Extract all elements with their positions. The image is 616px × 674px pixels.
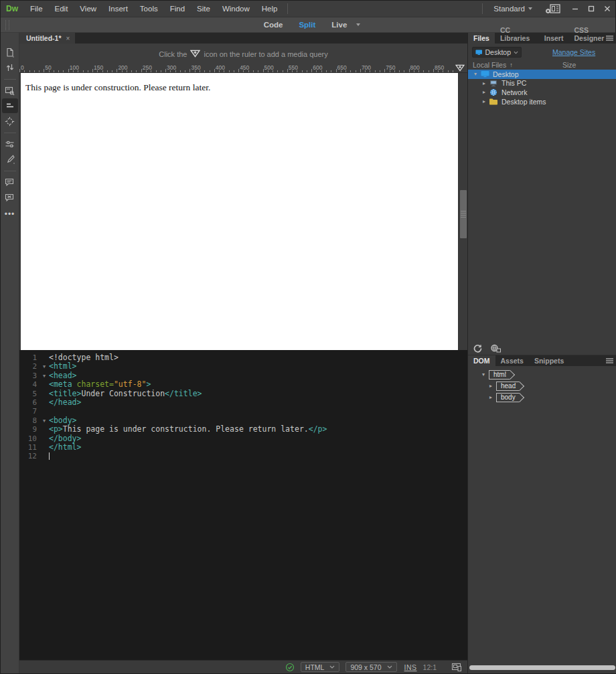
code-line-9[interactable]: 9<p>This page is under construction. Ple… xyxy=(19,425,467,434)
dom-tag-pill[interactable]: head xyxy=(496,382,520,391)
tab-files[interactable]: Files xyxy=(468,33,495,44)
tab-assets[interactable]: Assets xyxy=(495,355,529,366)
dom-node-head[interactable]: ▸head xyxy=(468,380,616,392)
extract-button[interactable] xyxy=(2,137,18,151)
tab-cc-libraries[interactable]: CC Libraries xyxy=(495,25,539,44)
close-button[interactable] xyxy=(599,1,615,17)
code-text[interactable]: </head> xyxy=(49,398,467,407)
horizontal-ruler[interactable]: 0501001502002503003504004505005506006507… xyxy=(19,64,467,73)
maximize-button[interactable] xyxy=(583,1,599,17)
code-fold-icon[interactable]: ▼ xyxy=(40,416,49,425)
file-row-network[interactable]: ▸Network xyxy=(468,88,616,97)
collapse-chevron-icon[interactable]: ▾ xyxy=(472,71,479,77)
linting-button[interactable] xyxy=(2,152,18,167)
file-row-desktop[interactable]: ▾Desktop xyxy=(468,70,616,79)
file-row-this-pc[interactable]: ▸This PC xyxy=(468,79,616,88)
code-text[interactable]: <meta charset="utf-8"> xyxy=(49,380,467,389)
design-scrollbar-thumb[interactable] xyxy=(460,190,467,238)
code-line-11[interactable]: 11</html> xyxy=(19,443,467,452)
code-line-2[interactable]: 2▼<html> xyxy=(19,362,467,371)
code-text[interactable] xyxy=(49,407,467,416)
expand-chevron-icon[interactable]: ▸ xyxy=(487,394,494,400)
code-line-1[interactable]: 1<!doctype html> xyxy=(19,353,467,362)
dom-tag-pill[interactable]: body xyxy=(496,393,520,402)
tab-close-icon[interactable]: × xyxy=(66,35,70,42)
toolbar-more-options-button[interactable]: ••• xyxy=(5,209,15,219)
guides-button[interactable] xyxy=(2,114,18,129)
ruler-media-query-icon[interactable] xyxy=(455,64,465,72)
menu-help[interactable]: Help xyxy=(256,5,284,13)
workspace-switcher[interactable]: Standard xyxy=(487,5,539,13)
language-selector[interactable]: HTML xyxy=(301,662,340,672)
menu-file[interactable]: File xyxy=(24,5,49,13)
code-line-3[interactable]: 3▼<head> xyxy=(19,371,467,380)
format-source-button[interactable] xyxy=(2,98,18,113)
dom-node-html[interactable]: ▾html xyxy=(468,369,616,380)
code-text[interactable]: </body> xyxy=(49,434,467,443)
code-line-8[interactable]: 8▼<body> xyxy=(19,416,467,425)
expand-chevron-icon[interactable]: ▸ xyxy=(481,80,487,86)
code-text[interactable]: <!doctype html> xyxy=(49,353,467,362)
expand-chevron-icon[interactable]: ▸ xyxy=(487,383,494,389)
open-documents-button[interactable] xyxy=(2,45,18,60)
menu-find[interactable]: Find xyxy=(164,5,191,13)
menu-site[interactable]: Site xyxy=(191,5,216,13)
dom-node-body[interactable]: ▸body xyxy=(468,392,616,403)
code-fold-icon[interactable]: ▼ xyxy=(40,371,49,380)
code-line-4[interactable]: 4<meta charset="utf-8"> xyxy=(19,380,467,389)
remove-comment-button[interactable] xyxy=(2,190,18,205)
code-line-5[interactable]: 5<title>Under Construction</title> xyxy=(19,390,467,398)
file-row-desktop-items[interactable]: ▸Desktop items xyxy=(468,97,616,106)
collapse-chevron-icon[interactable]: ▾ xyxy=(480,371,487,377)
code-fold-icon[interactable]: ▼ xyxy=(40,362,49,371)
code-text[interactable]: <p>This page is under construction. Plea… xyxy=(49,425,467,434)
panel-menu-icon[interactable] xyxy=(606,358,613,363)
panel-menu-icon[interactable] xyxy=(606,35,613,41)
code-text[interactable] xyxy=(49,452,467,460)
menu-tools[interactable]: Tools xyxy=(134,5,164,13)
code-text[interactable]: <html> xyxy=(49,362,467,371)
remote-server-icon[interactable] xyxy=(490,344,501,353)
menu-window[interactable]: Window xyxy=(216,5,256,13)
expand-chevron-icon[interactable]: ▸ xyxy=(481,98,487,104)
dom-tag-pill[interactable]: html xyxy=(489,370,510,380)
code-inspector-button[interactable] xyxy=(2,83,18,98)
design-canvas[interactable]: This page is under construction. Please … xyxy=(21,73,458,350)
code-line-7[interactable]: 7 xyxy=(19,407,467,416)
file-management-button[interactable] xyxy=(2,60,18,75)
menu-insert[interactable]: Insert xyxy=(102,5,134,13)
manage-sites-link[interactable]: Manage Sites xyxy=(552,48,595,56)
insert-mode-toggle[interactable]: INS xyxy=(404,663,417,671)
view-mode-code[interactable]: Code xyxy=(256,21,291,29)
code-text[interactable]: </html> xyxy=(49,443,467,452)
design-scrollbar-track[interactable] xyxy=(458,73,467,350)
device-preview-icon[interactable] xyxy=(451,663,463,672)
code-text[interactable]: <title>Under Construction</title> xyxy=(49,390,467,398)
refresh-icon[interactable] xyxy=(473,344,482,353)
workspace-layout-button[interactable] xyxy=(539,3,567,15)
tab-insert[interactable]: Insert xyxy=(539,33,569,44)
menu-view[interactable]: View xyxy=(74,5,102,13)
tab-dom[interactable]: DOM xyxy=(468,355,495,366)
toolbar-grip[interactable] xyxy=(5,20,9,30)
panel-horizontal-scrollbar[interactable] xyxy=(469,665,615,670)
view-mode-split[interactable]: Split xyxy=(291,21,323,29)
canvas-paragraph[interactable]: This page is under construction. Please … xyxy=(25,82,210,93)
live-view-dropdown-icon[interactable] xyxy=(356,23,360,26)
code-text[interactable]: <body> xyxy=(49,416,467,425)
code-line-10[interactable]: 10</body> xyxy=(19,434,467,443)
size-header[interactable]: Size xyxy=(562,61,576,69)
menu-edit[interactable]: Edit xyxy=(49,5,74,13)
files-column-headers[interactable]: Local Files ↑ Size xyxy=(468,60,616,70)
site-selector[interactable]: Desktop xyxy=(472,47,522,58)
code-text[interactable]: <head> xyxy=(49,371,467,380)
code-line-6[interactable]: 6</head> xyxy=(19,398,467,407)
document-tab[interactable]: Untitled-1* × xyxy=(19,33,75,44)
view-mode-live[interactable]: Live xyxy=(323,21,355,29)
code-line-12[interactable]: 12 xyxy=(19,452,467,460)
tab-snippets[interactable]: Snippets xyxy=(529,355,569,366)
minimize-button[interactable] xyxy=(567,1,583,17)
apply-comment-button[interactable] xyxy=(2,175,18,189)
code-view[interactable]: 1<!doctype html>2▼<html>3▼<head>4<meta c… xyxy=(19,350,467,660)
expand-chevron-icon[interactable]: ▸ xyxy=(481,89,487,95)
